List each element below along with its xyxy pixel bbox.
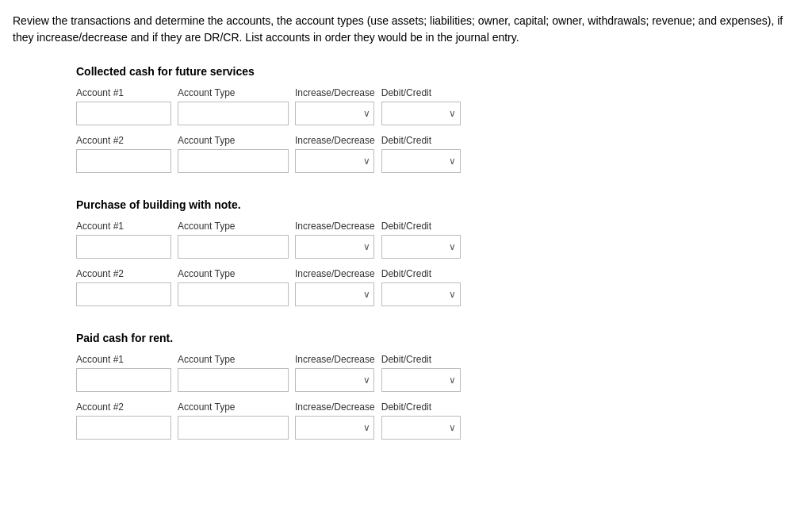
- s1a1-incdec-label: Increase/Decrease: [295, 87, 375, 98]
- s1a1-account-label: Account #1: [76, 87, 171, 98]
- s2a1-account-group: Account #1: [76, 221, 171, 259]
- s2a2-incdec-label: Increase/Decrease: [295, 268, 375, 279]
- s3a2-incdec-select[interactable]: Increase Decrease: [295, 416, 374, 440]
- s2a2-account-group: Account #2: [76, 268, 171, 306]
- section3-account2-row: Account #2 Account Type Increase/Decreas…: [76, 401, 568, 440]
- s1a2-account-group: Account #2: [76, 135, 171, 173]
- s2a2-dc-wrapper: Debit Credit ∨: [381, 282, 461, 306]
- s2a1-dc-group: Debit/Credit Debit Credit ∨: [381, 221, 461, 259]
- s3a1-incdec-wrapper: Increase Decrease ∨: [295, 368, 375, 392]
- s3a2-account-group: Account #2: [76, 401, 171, 440]
- s3a1-dc-label: Debit/Credit: [381, 354, 461, 365]
- s1a2-incdec-wrapper: Increase Decrease ∨: [295, 149, 375, 173]
- section1-account1-row: Account #1 Account Type Increase/Decreas…: [76, 87, 568, 125]
- s1a2-dc-wrapper: Debit Credit ∨: [381, 149, 461, 173]
- section-purchase-building: Purchase of building with note. Account …: [76, 198, 568, 316]
- section1-title: Collected cash for future services: [76, 65, 568, 78]
- s1a1-dc-select[interactable]: Debit Credit: [381, 102, 461, 125]
- s1a2-dc-group: Debit/Credit Debit Credit ∨: [381, 135, 461, 173]
- s1a1-account-input[interactable]: [76, 102, 171, 125]
- s2a2-incdec-wrapper: Increase Decrease ∨: [295, 282, 375, 306]
- s1a2-type-group: Account Type: [178, 135, 289, 173]
- s1a1-dc-label: Debit/Credit: [381, 87, 461, 98]
- section3-title: Paid cash for rent.: [76, 332, 568, 344]
- s3a1-account-group: Account #1: [76, 354, 171, 392]
- section2-account1-row: Account #1 Account Type Increase/Decreas…: [76, 221, 568, 259]
- s3a2-incdec-wrapper: Increase Decrease ∨: [295, 416, 375, 440]
- s3a2-account-label: Account #2: [76, 401, 171, 413]
- s2a2-dc-label: Debit/Credit: [381, 268, 461, 279]
- s3a2-dc-label: Debit/Credit: [381, 401, 461, 413]
- s2a2-type-label: Account Type: [178, 268, 289, 279]
- s2a1-incdec-group: Increase/Decrease Increase Decrease ∨: [295, 221, 375, 259]
- s2a2-dc-select[interactable]: Debit Credit: [381, 282, 461, 306]
- s3a2-account-input[interactable]: [76, 416, 171, 440]
- s3a1-dc-group: Debit/Credit Debit Credit ∨: [381, 354, 461, 392]
- s1a1-account-group: Account #1: [76, 87, 171, 125]
- section2-account2-row: Account #2 Account Type Increase/Decreas…: [76, 268, 568, 306]
- section-paid-cash-rent: Paid cash for rent. Account #1 Account T…: [76, 332, 568, 449]
- s1a2-incdec-label: Increase/Decrease: [295, 135, 375, 146]
- s1a2-dc-select[interactable]: Debit Credit: [381, 149, 461, 173]
- s1a2-incdec-group: Increase/Decrease Increase Decrease ∨: [295, 135, 375, 173]
- s2a1-dc-select[interactable]: Debit Credit: [381, 235, 461, 259]
- s3a2-dc-select[interactable]: Debit Credit: [381, 416, 461, 440]
- s1a1-incdec-select[interactable]: Increase Decrease: [295, 102, 374, 125]
- s3a2-incdec-label: Increase/Decrease: [295, 401, 375, 413]
- section2-title: Purchase of building with note.: [76, 198, 568, 211]
- s2a2-incdec-group: Increase/Decrease Increase Decrease ∨: [295, 268, 375, 306]
- s3a1-account-label: Account #1: [76, 354, 171, 365]
- intro-paragraph: Review the transactions and determine th…: [13, 13, 799, 46]
- s2a2-account-input[interactable]: [76, 282, 171, 306]
- s3a2-incdec-group: Increase/Decrease Increase Decrease ∨: [295, 401, 375, 440]
- s3a1-dc-select[interactable]: Debit Credit: [381, 368, 461, 392]
- s1a2-incdec-select[interactable]: Increase Decrease: [295, 149, 374, 173]
- s1a2-type-input[interactable]: [178, 149, 289, 173]
- s3a1-incdec-group: Increase/Decrease Increase Decrease ∨: [295, 354, 375, 392]
- s2a1-type-input[interactable]: [178, 235, 289, 259]
- s3a2-dc-wrapper: Debit Credit ∨: [381, 416, 461, 440]
- s1a1-type-label: Account Type: [178, 87, 289, 98]
- s2a1-incdec-select[interactable]: Increase Decrease: [295, 235, 374, 259]
- s1a1-dc-group: Debit/Credit Debit Credit ∨: [381, 87, 461, 125]
- s3a2-dc-group: Debit/Credit Debit Credit ∨: [381, 401, 461, 440]
- s3a1-dc-wrapper: Debit Credit ∨: [381, 368, 461, 392]
- s2a2-account-label: Account #2: [76, 268, 171, 279]
- s2a1-dc-label: Debit/Credit: [381, 221, 461, 232]
- s3a1-type-group: Account Type: [178, 354, 289, 392]
- section3-account1-row: Account #1 Account Type Increase/Decreas…: [76, 354, 568, 392]
- s2a1-account-label: Account #1: [76, 221, 171, 232]
- s2a1-incdec-label: Increase/Decrease: [295, 221, 375, 232]
- s2a2-type-input[interactable]: [178, 282, 289, 306]
- s1a1-type-input[interactable]: [178, 102, 289, 125]
- s3a1-account-input[interactable]: [76, 368, 171, 392]
- section-collected-cash: Collected cash for future services Accou…: [76, 65, 568, 182]
- section1-account2-row: Account #2 Account Type Increase/Decreas…: [76, 135, 568, 173]
- s2a1-type-label: Account Type: [178, 221, 289, 232]
- s3a1-incdec-select[interactable]: Increase Decrease: [295, 368, 374, 392]
- s3a1-incdec-label: Increase/Decrease: [295, 354, 375, 365]
- s1a1-incdec-group: Increase/Decrease Increase Decrease ∨: [295, 87, 375, 125]
- s2a2-type-group: Account Type: [178, 268, 289, 306]
- s2a1-type-group: Account Type: [178, 221, 289, 259]
- s1a1-type-group: Account Type: [178, 87, 289, 125]
- s1a2-dc-label: Debit/Credit: [381, 135, 461, 146]
- s2a1-dc-wrapper: Debit Credit ∨: [381, 235, 461, 259]
- s1a2-account-input[interactable]: [76, 149, 171, 173]
- s2a1-incdec-wrapper: Increase Decrease ∨: [295, 235, 375, 259]
- s1a2-account-label: Account #2: [76, 135, 171, 146]
- s3a1-type-input[interactable]: [178, 368, 289, 392]
- s1a2-type-label: Account Type: [178, 135, 289, 146]
- content-area: Collected cash for future services Accou…: [13, 65, 799, 465]
- s3a2-type-group: Account Type: [178, 401, 289, 440]
- s2a2-incdec-select[interactable]: Increase Decrease: [295, 282, 374, 306]
- s3a2-type-label: Account Type: [178, 401, 289, 413]
- s1a1-dc-wrapper: Debit Credit ∨: [381, 102, 461, 125]
- s2a1-account-input[interactable]: [76, 235, 171, 259]
- s3a1-type-label: Account Type: [178, 354, 289, 365]
- s2a2-dc-group: Debit/Credit Debit Credit ∨: [381, 268, 461, 306]
- s3a2-type-input[interactable]: [178, 416, 289, 440]
- s1a1-incdec-wrapper: Increase Decrease ∨: [295, 102, 375, 125]
